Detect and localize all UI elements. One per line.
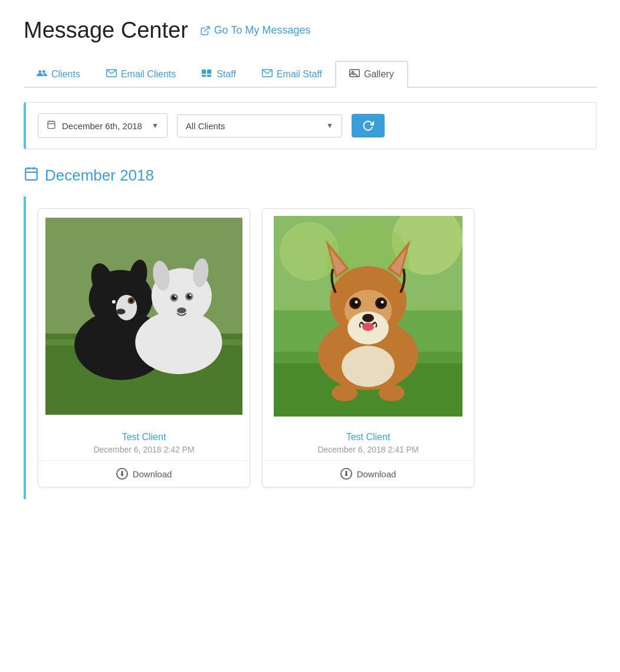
dog2-svg [270, 216, 467, 417]
client-name-2[interactable]: Test Client [270, 432, 467, 442]
svg-rect-7 [207, 75, 211, 77]
photo-wrapper-2 [263, 209, 474, 424]
svg-point-30 [129, 299, 133, 303]
date-value: December 6th, 2018 [62, 121, 142, 131]
svg-point-65 [362, 314, 374, 322]
tab-clients-label: Clients [51, 69, 80, 80]
svg-rect-9 [350, 70, 360, 77]
tab-gallery[interactable]: Gallery [335, 61, 408, 88]
client-name-1[interactable]: Test Client [45, 432, 242, 442]
month-calendar-icon [24, 166, 39, 185]
download-button-1[interactable]: ⬇ Download [38, 460, 250, 487]
svg-rect-11 [48, 122, 55, 129]
photo-wrapper-1 [38, 209, 250, 424]
svg-point-63 [378, 300, 385, 307]
page-header: Message Center Go To My Messages [24, 18, 596, 43]
svg-point-51 [342, 346, 395, 387]
tab-staff[interactable]: Staff [189, 62, 249, 88]
staff-icon [202, 69, 212, 80]
refresh-button[interactable] [352, 114, 385, 137]
page-title: Message Center [24, 18, 188, 43]
tab-clients[interactable]: Clients [24, 62, 93, 88]
svg-point-37 [175, 296, 176, 297]
photo-info-1: Test Client December 6, 2018 2:42 PM [38, 424, 250, 460]
tab-staff-label: Staff [216, 69, 236, 80]
clients-icon [37, 69, 47, 80]
svg-point-61 [355, 301, 358, 304]
client-select-value: All Clients [186, 121, 225, 131]
photo-date-1: December 6, 2018 2:42 PM [45, 445, 242, 454]
svg-point-67 [332, 385, 357, 401]
svg-point-28 [112, 300, 116, 303]
svg-point-41 [177, 307, 186, 313]
client-select[interactable]: All Clients ▼ [177, 114, 342, 137]
svg-point-42 [116, 309, 126, 314]
download-label-2: Download [357, 469, 396, 479]
external-link-icon [200, 25, 211, 36]
svg-rect-15 [25, 168, 37, 180]
gallery-grid: Test Client December 6, 2018 2:42 PM ⬇ D… [38, 208, 585, 487]
month-label: December 2018 [45, 166, 154, 185]
date-picker[interactable]: December 6th, 2018 ▼ [38, 113, 168, 138]
photo-image-2[interactable] [270, 216, 467, 417]
download-label-1: Download [133, 469, 172, 479]
download-button-2[interactable]: ⬇ Download [263, 460, 474, 487]
svg-point-66 [362, 323, 374, 331]
download-icon-2: ⬇ [340, 468, 352, 480]
tab-email-clients[interactable]: Email Clients [93, 62, 189, 88]
svg-line-0 [204, 27, 209, 31]
photo-info-2: Test Client December 6, 2018 2:41 PM [263, 424, 474, 460]
svg-rect-6 [202, 75, 206, 77]
tab-email-staff-label: Email Staff [277, 69, 322, 80]
gallery-icon [349, 69, 360, 80]
calendar-icon [47, 120, 56, 132]
svg-point-64 [381, 301, 384, 304]
photo-card-1: Test Client December 6, 2018 2:42 PM ⬇ D… [38, 208, 250, 487]
photo-date-2: December 6, 2018 2:41 PM [270, 445, 467, 454]
tab-gallery-label: Gallery [364, 69, 394, 80]
go-to-messages-label: Go To My Messages [214, 24, 311, 37]
month-header: December 2018 [24, 166, 596, 185]
go-to-messages-link[interactable]: Go To My Messages [200, 24, 311, 37]
filter-bar: December 6th, 2018 ▼ All Clients ▼ [24, 102, 596, 149]
client-chevron-icon: ▼ [326, 122, 333, 130]
svg-point-2 [42, 70, 45, 73]
tab-bar: Clients Email Clients Staff Email Staff … [24, 61, 596, 88]
photo-card-2: Test Client December 6, 2018 2:41 PM ⬇ D… [262, 208, 474, 487]
svg-rect-4 [202, 70, 206, 74]
svg-point-68 [379, 385, 405, 401]
dog1-svg [45, 216, 242, 417]
svg-rect-5 [207, 70, 211, 74]
gallery-section: Test Client December 6, 2018 2:42 PM ⬇ D… [24, 196, 596, 499]
tab-email-clients-label: Email Clients [121, 69, 176, 80]
email-staff-icon [262, 69, 273, 80]
download-icon-1: ⬇ [116, 468, 128, 480]
email-clients-icon [106, 69, 117, 80]
svg-point-1 [38, 70, 41, 73]
photo-image-1[interactable] [45, 216, 242, 417]
tab-email-staff[interactable]: Email Staff [249, 62, 335, 88]
date-chevron-icon: ▼ [152, 122, 159, 130]
refresh-icon [362, 120, 374, 132]
svg-point-60 [352, 300, 359, 307]
svg-point-40 [189, 294, 191, 296]
